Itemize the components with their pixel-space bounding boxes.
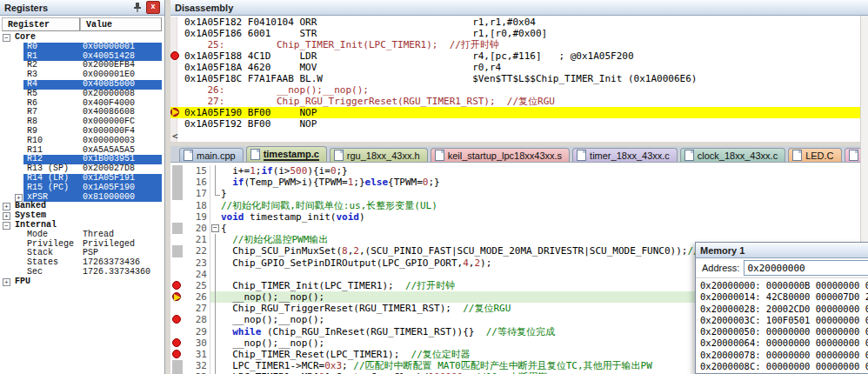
disassembly-line[interactable]: 0x1A05F18C F7A1FAAB BL.W $Ven$TT$L$$Chip… (170, 73, 868, 84)
document-icon (577, 150, 586, 161)
code-text: __nop();__nop(); (221, 337, 324, 349)
document-icon (334, 150, 344, 161)
tab-clock-18xx-43xx-c[interactable]: clock_18xx_43xx.c (680, 148, 785, 162)
memory-row[interactable]: 0x2000008C: 00000000 00000000 0 (700, 361, 868, 372)
memory-row[interactable]: 0x2000003C: 100F0501 00000000 0 (700, 315, 868, 326)
pin-icon[interactable] (132, 2, 143, 13)
code-line[interactable]: 18//初始化时间戳,时间戳单位:us,长整形变量(UL) (170, 200, 868, 211)
disassembly-line[interactable]: 27: Chip_RGU_TriggerReset(RGU_TIMER1_RST… (170, 96, 868, 107)
tree-expander-icon[interactable]: + (3, 212, 10, 220)
memory-row[interactable]: 0x20000014: 42C80000 000007D0 2 (700, 291, 868, 303)
column-header-register[interactable]: Register (2, 17, 80, 31)
memory-row[interactable]: 0x20000028: 20002CD0 00000000 0 (700, 304, 868, 315)
fold-guide (211, 269, 220, 280)
code-text: //初始化时间戳,时间戳单位:us,长整形变量(UL) (221, 200, 437, 211)
column-header-value[interactable]: Value (80, 17, 162, 31)
code-marker[interactable] (172, 165, 183, 177)
line-number: 27 (183, 303, 207, 314)
memory-window: Memory 1 Address: 0x20000000: 0000000B 0… (695, 242, 868, 374)
disassembly-line[interactable]: 25: Chip_TIMER_Init(LPC_TIMER1); //打开时钟 (170, 39, 868, 50)
fold-guide (211, 188, 220, 199)
disassembly-text: 0x1A05F186 6001 STR r1,[r0,#0x00] (184, 28, 547, 39)
code-line[interactable]: 16 if(Temp_PWM>i){TPWM=1;}else{TPWM=0;} (170, 177, 868, 188)
code-marker[interactable] (172, 223, 183, 234)
line-number: 15 (183, 165, 207, 177)
memory-row[interactable]: 0x20000078: 00000000 00000000 0 (700, 350, 868, 361)
code-line[interactable]: 20−{ (170, 223, 868, 234)
tab-rgu-18xx-43xx-h[interactable]: rgu_18xx_43xx.h (330, 148, 428, 162)
code-text: if(Temp_PWM>i){TPWM=1;}else{TPWM=0;} (221, 177, 440, 188)
memory-address-input[interactable] (744, 260, 868, 276)
register-value: 0x00000001 (83, 43, 135, 52)
register-value: 0x00000003 (83, 137, 135, 146)
register-row[interactable]: ModeThread (0, 230, 164, 240)
memory-address-row: Address: (696, 258, 868, 278)
tab-main-cpp[interactable]: main.cpp (179, 148, 244, 162)
tab-timer-18xx-43xx-c[interactable]: timer_18xx_43xx.c (572, 148, 678, 162)
code-text: LPC_TIMER1->MCR=0x3; //匹配时中断配置 MAT0匹配时产生… (221, 360, 652, 371)
scrollbar-track[interactable] (860, 16, 868, 242)
tab-led-c[interactable]: LED.C (788, 148, 841, 162)
tree-expander-icon[interactable]: − (3, 34, 10, 42)
tree-expander-icon[interactable]: + (3, 278, 10, 286)
line-number: 23 (183, 257, 207, 269)
scroll-left-arrow-icon[interactable]: < (172, 130, 178, 142)
fold-collapse-icon[interactable]: − (211, 223, 220, 234)
breakpoint-icon[interactable] (172, 315, 181, 324)
line-number: 18 (183, 200, 207, 211)
code-marker[interactable] (172, 245, 183, 257)
breakpoint-icon[interactable] (170, 51, 179, 60)
fold-guide (211, 280, 220, 291)
memory-row[interactable]: 0x20000000: 0000000B 00000000 0 (700, 280, 868, 291)
code-marker[interactable] (172, 360, 183, 371)
register-row[interactable]: R15 (PC)0x1A05F190 (0, 184, 164, 193)
code-line[interactable]: 15 i+=1;if(i>500){i=0;} (170, 165, 868, 177)
code-marker[interactable] (172, 188, 183, 199)
memory-row[interactable]: 0x20000050: 00000000 00000000 0 (700, 326, 868, 337)
register-name: R5 (27, 90, 37, 99)
line-number: 28 (183, 314, 207, 325)
register-value: 0x20000008 (83, 90, 135, 99)
disassembly-line[interactable]: 26: __nop();__nop(); (170, 84, 868, 96)
register-row[interactable]: R100x00000003 (0, 137, 164, 146)
code-text: void timestamp_init(void) (221, 211, 365, 223)
disassembly-line[interactable]: 0x1A05F190 BF00 NOP (170, 107, 868, 118)
code-text: Chip_RGU_TriggerReset(RGU_TIMER1_RST); /… (221, 303, 511, 314)
breakpoint-icon[interactable] (172, 281, 181, 290)
register-row[interactable]: R50x20000008 (0, 90, 164, 99)
memory-row[interactable]: 0x20000064: 00000000 00000000 0 (700, 337, 868, 349)
register-value: 0x81000000 (83, 193, 135, 203)
tree-expander-icon[interactable]: + (15, 194, 23, 202)
code-marker[interactable] (172, 177, 183, 188)
registers-title: Registers (4, 3, 48, 13)
tab-label: rgu_18xx_43xx.h (347, 150, 420, 161)
tab-keil-startup-lpc18xx43xx-s[interactable]: keil_startup_lpc18xx43xx.s (431, 148, 570, 162)
register-row[interactable]: +FPU (0, 277, 164, 287)
tree-expander-icon[interactable]: − (3, 222, 10, 230)
breakpoint-icon[interactable] (172, 338, 181, 347)
code-line[interactable]: 17} (170, 188, 868, 199)
close-icon[interactable]: x (146, 1, 160, 14)
register-row[interactable]: R00x00000001 (0, 43, 164, 52)
disassembly-line[interactable]: 0x1A05F18A 4620 MOV r0,r4 (170, 62, 868, 73)
disassembly-line[interactable]: 0x1A05F186 6001 STR r1,[r0,#0x00] (170, 28, 868, 39)
disassembly-text: 0x1A05F192 BF00 NOP (184, 118, 317, 130)
tree-expander-icon[interactable]: + (3, 203, 10, 210)
disassembly-line[interactable]: 0x1A05F188 4C1D LDR r4,[pc,#116] ; @0x1A… (170, 50, 868, 62)
register-value: 1726.33734360 (83, 268, 150, 277)
tab-label: keil_startup_lpc18xx43xx.s (448, 150, 562, 161)
breakpoint-icon[interactable] (172, 350, 181, 358)
document-icon (684, 150, 694, 161)
tab-timestamp-c[interactable]: timestamp.c (246, 146, 327, 162)
disassembly-body: 0x1A05F182 F0410104 ORR r1,r1,#0x040x1A0… (170, 17, 868, 142)
code-text: __nop();__nop(); (221, 291, 324, 303)
code-line[interactable]: 19void timestamp_init(void) (170, 211, 868, 223)
disassembly-line[interactable]: 0x1A05F182 F0410104 ORR r1,r1,#0x04 (170, 17, 868, 28)
line-number: 19 (183, 211, 207, 223)
disassembly-text: 0x1A05F182 F0410104 ORR r1,r1,#0x04 (184, 17, 536, 28)
disassembly-line[interactable]: 0x1A05F192 BF00 NOP (170, 118, 868, 130)
fold-guide (211, 234, 220, 245)
register-name: R0 (27, 43, 37, 52)
registers-panel: Registers x Register Value −CoreR00x0000… (0, 0, 165, 374)
disassembly-lines: 0x1A05F182 F0410104 ORR r1,r1,#0x040x1A0… (170, 17, 868, 130)
